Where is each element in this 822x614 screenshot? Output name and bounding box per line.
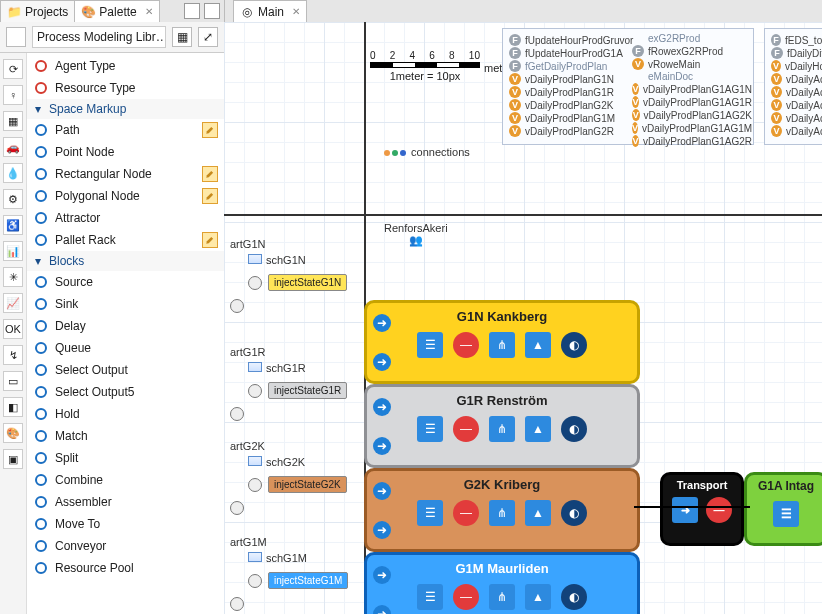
palette-category[interactable]: ▾Blocks bbox=[27, 251, 224, 271]
palette-item[interactable]: Polygonal Node bbox=[27, 185, 224, 207]
symbol-name: vDailyAc bbox=[786, 74, 822, 85]
symbol-row[interactable]: VvDailyAc bbox=[771, 86, 822, 98]
sch-node[interactable]: schG2K bbox=[248, 456, 347, 468]
art-node[interactable]: artG2K bbox=[230, 440, 347, 452]
functions-block-col3[interactable]: FfEDS_totFfDailyDifVvDailyHoVvDailyAcVvD… bbox=[764, 28, 822, 145]
palette-item[interactable]: Select Output5 bbox=[27, 381, 224, 403]
drop-icon[interactable]: 💧 bbox=[3, 163, 23, 183]
image-icon[interactable]: ▭ bbox=[3, 371, 23, 391]
in-port-icon[interactable]: ➜ bbox=[373, 353, 391, 371]
in-port-icon[interactable]: ➜ bbox=[373, 314, 391, 332]
run-icon[interactable]: ♀ bbox=[3, 85, 23, 105]
palette-item[interactable]: Resource Type bbox=[27, 77, 224, 99]
in-port-icon[interactable]: ➜ bbox=[373, 398, 391, 416]
in-port-icon[interactable]: ➜ bbox=[373, 521, 391, 539]
symbol-row[interactable]: VvDailyProdPlanG1AG2K bbox=[632, 109, 752, 121]
g1a-intag-block[interactable]: G1A Intag ☰ bbox=[744, 472, 822, 546]
symbol-row[interactable]: FfEDS_tot bbox=[771, 34, 822, 46]
palette-item[interactable]: Source bbox=[27, 271, 224, 293]
sch-node[interactable]: schG1M bbox=[248, 552, 348, 564]
palette-expand-button[interactable]: ⤢ bbox=[198, 27, 218, 47]
editor-canvas[interactable]: 0 2 4 6 8 10 1meter = 10px meter connect… bbox=[224, 22, 822, 614]
accessibility-icon[interactable]: ♿ bbox=[3, 215, 23, 235]
symbol-row[interactable]: VvDailyAc bbox=[771, 99, 822, 111]
close-icon[interactable]: ✕ bbox=[145, 6, 153, 17]
art-node[interactable]: artG1N bbox=[230, 238, 347, 250]
inject-state-node[interactable]: injectStateG2K bbox=[268, 476, 347, 493]
palette-item[interactable]: Path bbox=[27, 119, 224, 141]
symbol-row[interactable]: FfDailyDif bbox=[771, 47, 822, 59]
transport-block[interactable]: Transport ➜ — bbox=[660, 472, 744, 546]
palette-item[interactable]: Delay bbox=[27, 315, 224, 337]
palette-item[interactable]: Sink bbox=[27, 293, 224, 315]
palette-item[interactable]: Hold bbox=[27, 403, 224, 425]
symbol-row[interactable]: VvDailyAc bbox=[771, 73, 822, 85]
palette-item[interactable]: Select Output bbox=[27, 359, 224, 381]
palette-item[interactable]: Agent Type bbox=[27, 55, 224, 77]
symbol-row[interactable]: VvDailyHo bbox=[771, 60, 822, 72]
wand-icon[interactable]: ✳ bbox=[3, 267, 23, 287]
sch-node[interactable]: schG1N bbox=[248, 254, 347, 266]
symbol-row[interactable]: VvDailyProdPlanG1AG1R bbox=[632, 96, 752, 108]
process-block[interactable]: ➜ ➜ G1M Maurliden ☰ — ⋔ ▲ ◐ bbox=[364, 552, 640, 614]
clock-icon[interactable]: ⟳ bbox=[3, 59, 23, 79]
in-port-icon[interactable]: ➜ bbox=[373, 437, 391, 455]
palette-item[interactable]: Match bbox=[27, 425, 224, 447]
symbol-row[interactable]: VvDailyProdPlanG1AG1N bbox=[632, 83, 752, 95]
chart-line-icon[interactable]: 📈 bbox=[3, 293, 23, 313]
share-icon[interactable]: ↯ bbox=[3, 345, 23, 365]
car-icon[interactable]: 🚗 bbox=[3, 137, 23, 157]
connections-node[interactable]: connections bbox=[384, 146, 470, 158]
inject-state-node[interactable]: injectStateG1M bbox=[268, 572, 348, 589]
in-port-icon[interactable]: ➜ bbox=[373, 605, 391, 615]
process-block[interactable]: ➜ ➜ G2K Kriberg ☰ — ⋔ ▲ ◐ bbox=[364, 468, 640, 552]
process-block[interactable]: ➜ ➜ G1R Renström ☰ — ⋔ ▲ ◐ bbox=[364, 384, 640, 468]
symbol-row[interactable]: VvDailyAc bbox=[771, 112, 822, 124]
symbol-row[interactable]: exG2RProd bbox=[632, 33, 752, 44]
art-node[interactable]: artG1M bbox=[230, 536, 348, 548]
palette-item[interactable]: Rectangular Node bbox=[27, 163, 224, 185]
symbol-row[interactable]: VvDailyAc bbox=[771, 125, 822, 137]
ok-icon[interactable]: OK bbox=[3, 319, 23, 339]
maximize-view-button[interactable] bbox=[204, 3, 220, 19]
grid-icon[interactable]: ▦ bbox=[3, 111, 23, 131]
inject-state-node[interactable]: injectStateG1N bbox=[268, 274, 347, 291]
functions-block-col2[interactable]: exG2RProdFfRowexG2RProdVvRoweMaineMainDo… bbox=[626, 28, 758, 154]
palette-icon[interactable]: 🎨 bbox=[3, 423, 23, 443]
in-port-icon[interactable]: ➜ bbox=[373, 566, 391, 584]
palette-item[interactable]: Resource Pool bbox=[27, 557, 224, 579]
renfors-node[interactable]: RenforsAkeri 👥 bbox=[384, 222, 448, 247]
minimize-view-button[interactable] bbox=[184, 3, 200, 19]
symbol-row[interactable]: VvDailyProdPlanG1AG1M bbox=[632, 122, 752, 134]
symbol-row[interactable]: eMainDoc bbox=[632, 71, 752, 82]
gears-icon[interactable]: ⚙ bbox=[3, 189, 23, 209]
palette-item[interactable]: Split bbox=[27, 447, 224, 469]
in-port-icon[interactable]: ➜ bbox=[373, 482, 391, 500]
palette-grid-button[interactable]: ▦ bbox=[172, 27, 192, 47]
cube-icon[interactable]: ◧ bbox=[3, 397, 23, 417]
palette-item[interactable]: Queue bbox=[27, 337, 224, 359]
symbol-row[interactable]: VvDailyProdPlanG1AG2R bbox=[632, 135, 752, 147]
palette-category[interactable]: ▾Space Markup bbox=[27, 99, 224, 119]
palette-library-selector[interactable]: Process Modeling Libr… bbox=[32, 26, 166, 48]
screen-icon[interactable]: ▣ bbox=[3, 449, 23, 469]
palette-home-button[interactable] bbox=[6, 27, 26, 47]
close-icon[interactable]: ✕ bbox=[292, 6, 300, 17]
palette-item[interactable]: Conveyor bbox=[27, 535, 224, 557]
inject-state-node[interactable]: injectStateG1R bbox=[268, 382, 347, 399]
sch-node[interactable]: schG1R bbox=[248, 362, 347, 374]
tab-projects[interactable]: 📁 Projects bbox=[0, 0, 75, 22]
art-node[interactable]: artG1R bbox=[230, 346, 347, 358]
palette-item[interactable]: Assembler bbox=[27, 491, 224, 513]
tab-palette[interactable]: 🎨 Palette ✕ bbox=[74, 0, 159, 22]
palette-item[interactable]: Move To bbox=[27, 513, 224, 535]
chart-candle-icon[interactable]: 📊 bbox=[3, 241, 23, 261]
symbol-row[interactable]: FfRowexG2RProd bbox=[632, 45, 752, 57]
symbol-row[interactable]: VvRoweMain bbox=[632, 58, 752, 70]
palette-item[interactable]: Combine bbox=[27, 469, 224, 491]
palette-item[interactable]: Pallet Rack bbox=[27, 229, 224, 251]
tab-editor-main[interactable]: ◎ Main ✕ bbox=[233, 0, 307, 22]
palette-item[interactable]: Point Node bbox=[27, 141, 224, 163]
process-block[interactable]: ➜ ➜ G1N Kankberg ☰ — ⋔ ▲ ◐ bbox=[364, 300, 640, 384]
palette-item[interactable]: Attractor bbox=[27, 207, 224, 229]
